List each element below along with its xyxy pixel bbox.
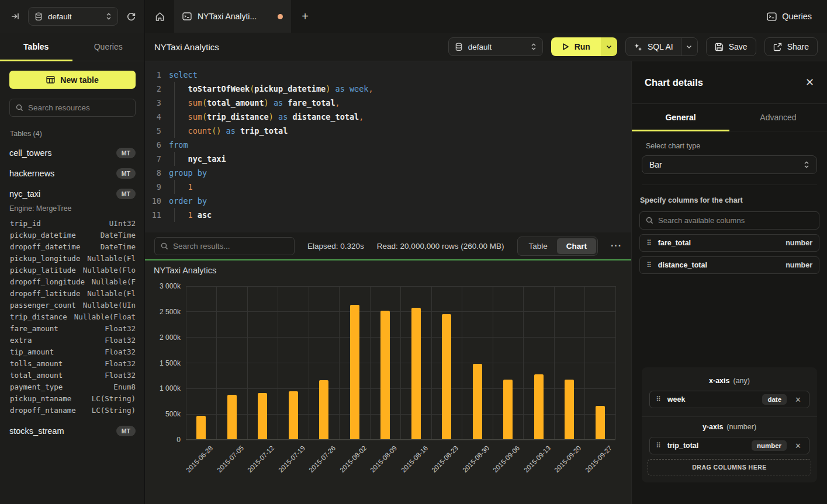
bar-2015-08-09[interactable]: [380, 311, 390, 439]
column-chip-trip_total[interactable]: ⠿trip_totalnumber✕: [649, 437, 809, 454]
line-number: 11: [145, 210, 161, 220]
bar-2015-09-13[interactable]: [534, 374, 544, 439]
drag-handle-icon[interactable]: ⠿: [656, 442, 661, 450]
remove-icon[interactable]: ✕: [793, 442, 803, 450]
column-row[interactable]: payment_typeEnum8: [9, 381, 136, 392]
code-line-7[interactable]: 7 nyc_taxi: [145, 152, 631, 166]
new-table-button[interactable]: New table: [9, 71, 136, 89]
column-chip-fare_total[interactable]: ⠿fare_totalnumber: [639, 234, 819, 252]
save-label: Save: [729, 42, 748, 51]
bar-2015-09-20[interactable]: [565, 380, 574, 439]
sidebar-tab-tables[interactable]: Tables: [0, 33, 72, 61]
sidebar-search[interactable]: [9, 99, 136, 117]
results-toolbar: Elapsed: 0.320s Read: 20,000,000 rows (2…: [145, 232, 631, 260]
sidebar: TablesQueries New table: [0, 33, 145, 504]
view-toggle-table[interactable]: Table: [519, 238, 556, 254]
bar-2015-07-05[interactable]: [227, 395, 237, 439]
table-item-stocks_stream[interactable]: stocks_streamMT: [9, 426, 136, 436]
code-line-11[interactable]: 11 1 asc: [145, 208, 631, 222]
column-row[interactable]: pickup_latitudeNullable(Flo: [9, 264, 136, 276]
sql-editor[interactable]: 1select2 toStartOfWeek(pickup_datetime) …: [145, 61, 631, 232]
collapse-sidebar-icon[interactable]: [11, 12, 20, 21]
code-line-5[interactable]: 5 count() as trip_total: [145, 124, 631, 138]
view-toggle-chart[interactable]: Chart: [557, 238, 596, 254]
column-row[interactable]: extraFloat32: [9, 334, 136, 346]
code-line-6[interactable]: 6from: [145, 138, 631, 152]
code-line-2[interactable]: 2 toStartOfWeek(pickup_datetime) as week…: [145, 82, 631, 96]
panel-tab-general[interactable]: General: [632, 104, 729, 131]
bar-2015-07-26[interactable]: [319, 380, 328, 439]
sql-ai-button[interactable]: SQL AI: [626, 38, 681, 55]
columns-search[interactable]: [639, 211, 819, 230]
column-row[interactable]: passenger_countNullable(UIn: [9, 299, 136, 311]
column-row[interactable]: trip_distanceNullable(Float: [9, 311, 136, 322]
drag-columns-drop-zone[interactable]: DRAG COLUMNS HERE: [648, 459, 811, 475]
column-chip-distance_total[interactable]: ⠿distance_totalnumber: [639, 256, 819, 274]
column-row[interactable]: dropoff_datetimeDateTime: [9, 241, 136, 252]
columns-search-input[interactable]: [658, 216, 813, 225]
bar-2015-08-02[interactable]: [350, 305, 359, 439]
code-line-3[interactable]: 3 sum(total_amount) as fare_total,: [145, 96, 631, 110]
bar-2015-08-23[interactable]: [442, 314, 451, 439]
column-row[interactable]: total_amountFloat32: [9, 369, 136, 381]
y-axis-tick: 3 000k: [146, 282, 181, 290]
column-row[interactable]: pickup_ntanameLC(String): [9, 392, 136, 404]
close-icon[interactable]: ✕: [805, 76, 814, 89]
column-row[interactable]: dropoff_ntanameLC(String): [9, 404, 136, 416]
code-line-1[interactable]: 1select: [145, 68, 631, 82]
bar-chart[interactable]: 0500k1 000k1 500k2 000k2 500k3 000k2015-…: [186, 286, 615, 440]
table-name: cell_towers: [9, 148, 52, 158]
queries-button[interactable]: Queries: [767, 12, 812, 21]
y-axis-tick: 1 000k: [146, 384, 181, 392]
drag-handle-icon[interactable]: ⠿: [656, 395, 661, 404]
sql-ai-caret[interactable]: [681, 38, 697, 55]
results-search[interactable]: [154, 237, 295, 255]
table-item-hackernews[interactable]: hackernewsMT: [9, 168, 136, 179]
code-line-8[interactable]: 8group by: [145, 166, 631, 180]
bar-2015-09-06[interactable]: [503, 380, 513, 439]
chart-type-select[interactable]: Bar: [642, 155, 817, 174]
drag-handle-icon[interactable]: ⠿: [646, 239, 652, 247]
column-row[interactable]: trip_idUInt32: [9, 217, 136, 229]
results-search-input[interactable]: [173, 242, 288, 251]
sidebar-search-input[interactable]: [28, 103, 129, 112]
x-axis-tick: 2015-08-23: [431, 444, 460, 474]
drag-handle-icon[interactable]: ⠿: [646, 261, 652, 269]
sidebar-tab-queries[interactable]: Queries: [72, 33, 145, 61]
column-row[interactable]: tip_amountFloat32: [9, 346, 136, 357]
new-tab-button[interactable]: +: [291, 0, 319, 33]
column-row[interactable]: dropoff_longitudeNullable(F: [9, 276, 136, 287]
sidebar-scroll[interactable]: New table Tables (4) cell_towersMThacker…: [0, 61, 144, 504]
code-line-10[interactable]: 10order by: [145, 194, 631, 208]
tab-nytaxi-analytics[interactable]: NYTaxi Analyti...: [174, 0, 291, 33]
topbar-database-select[interactable]: default: [28, 7, 118, 26]
bar-2015-06-28[interactable]: [196, 416, 206, 439]
more-options-icon[interactable]: ···: [611, 241, 622, 251]
run-button[interactable]: Run: [551, 37, 601, 56]
table-item-nyc_taxi[interactable]: nyc_taxiMT: [9, 189, 136, 199]
panel-tab-advanced[interactable]: Advanced: [729, 104, 827, 131]
bar-2015-08-30[interactable]: [473, 364, 482, 439]
toolbar-database-select[interactable]: default: [448, 37, 543, 56]
column-row[interactable]: pickup_longitudeNullable(Fl: [9, 252, 136, 264]
column-row[interactable]: pickup_datetimeDateTime: [9, 229, 136, 241]
column-row[interactable]: dropoff_latitudeNullable(Fl: [9, 287, 136, 299]
refresh-icon[interactable]: [126, 12, 136, 22]
code-line-9[interactable]: 9 1: [145, 180, 631, 194]
run-options-caret[interactable]: [601, 37, 617, 56]
share-icon: [773, 43, 782, 51]
remove-icon[interactable]: ✕: [793, 395, 803, 404]
home-tab[interactable]: [145, 0, 174, 33]
code-line-4[interactable]: 4 sum(trip_distance) as distance_total,: [145, 110, 631, 124]
share-button[interactable]: Share: [764, 37, 818, 56]
column-row[interactable]: fare_amountFloat32: [9, 322, 136, 334]
table-item-cell_towers[interactable]: cell_towersMT: [9, 148, 136, 158]
bar-2015-08-16[interactable]: [411, 308, 421, 439]
bar-2015-09-27[interactable]: [596, 406, 605, 439]
column-chip-week[interactable]: ⠿weekdate✕: [649, 391, 809, 408]
search-icon: [161, 242, 168, 250]
save-button[interactable]: Save: [706, 37, 756, 56]
bar-2015-07-19[interactable]: [289, 391, 298, 439]
bar-2015-07-12[interactable]: [258, 393, 267, 439]
column-row[interactable]: tolls_amountFloat32: [9, 357, 136, 369]
